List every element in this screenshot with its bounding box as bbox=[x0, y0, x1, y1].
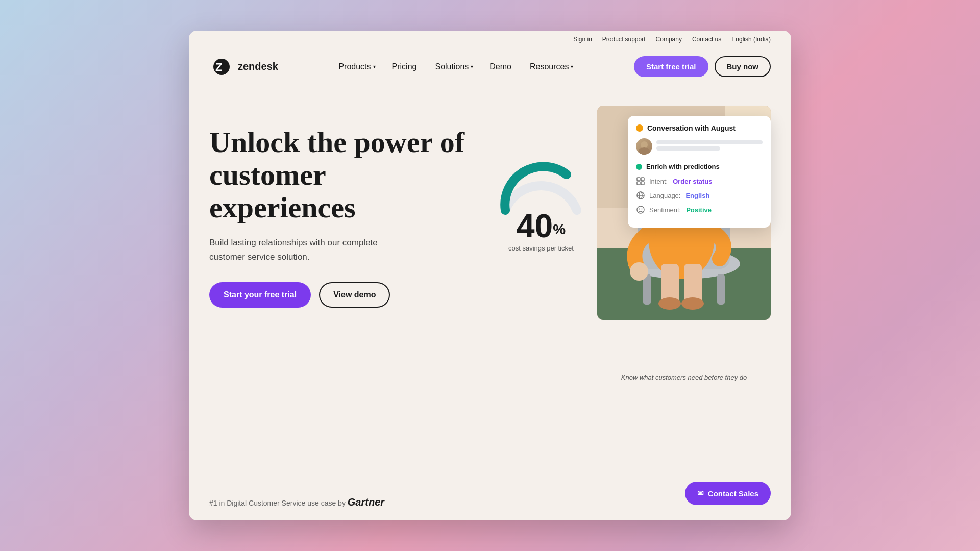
contact-sales-label: Contact Sales bbox=[708, 489, 758, 498]
metric-gauge: 40% cost savings per ticket bbox=[490, 157, 592, 252]
contact-us-link[interactable]: Contact us bbox=[692, 36, 721, 43]
hero-title: Unlock the power of customer experiences bbox=[209, 126, 475, 223]
language-icon bbox=[636, 191, 645, 200]
conv-header: Conversation with August bbox=[636, 124, 763, 132]
sentiment-label: Sentiment: bbox=[649, 206, 681, 214]
conv-title: Conversation with August bbox=[647, 124, 736, 132]
metric-label: cost savings per ticket bbox=[490, 244, 592, 252]
svg-point-21 bbox=[641, 141, 648, 148]
hero-right: 40% cost savings per ticket bbox=[475, 116, 771, 371]
svg-text:Z: Z bbox=[215, 61, 222, 73]
language-value: English bbox=[685, 192, 709, 199]
intent-icon bbox=[636, 177, 645, 186]
enrich-status-dot bbox=[636, 164, 642, 170]
language-row: Language: English bbox=[636, 191, 763, 200]
buy-now-button[interactable]: Buy now bbox=[715, 56, 771, 77]
svg-point-31 bbox=[639, 209, 640, 210]
enrich-title: Enrich with predictions bbox=[646, 163, 720, 170]
svg-rect-25 bbox=[637, 182, 640, 185]
svg-point-18 bbox=[658, 297, 681, 310]
conv-text-preview bbox=[656, 140, 763, 153]
zendesk-logo-icon: Z bbox=[209, 55, 234, 79]
svg-point-32 bbox=[642, 209, 643, 210]
hero-subtitle: Build lasting relationships with our com… bbox=[209, 236, 413, 263]
nav-pricing[interactable]: Pricing bbox=[392, 62, 419, 71]
hero-buttons: Start your free trial View demo bbox=[209, 282, 475, 308]
conv-status-dot bbox=[636, 124, 643, 132]
bottom-prefix: #1 in Digital Customer Service use case … bbox=[209, 499, 346, 507]
utility-bar: Sign in Product support Company Contact … bbox=[189, 31, 791, 48]
svg-point-22 bbox=[638, 147, 650, 155]
navbar: Z zendesk Products Pricing Solutions Dem… bbox=[189, 48, 791, 85]
sign-in-link[interactable]: Sign in bbox=[573, 36, 592, 43]
nav-links: Products Pricing Solutions Demo Resource… bbox=[278, 62, 634, 71]
nav-solutions[interactable]: Solutions bbox=[435, 62, 473, 71]
hero-start-trial-button[interactable]: Start your free trial bbox=[209, 282, 311, 308]
intent-row: Intent: Order status bbox=[636, 177, 763, 186]
conv-avatar-row bbox=[636, 138, 763, 155]
logo-text: zendesk bbox=[238, 61, 278, 72]
start-free-trial-button[interactable]: Start free trial bbox=[634, 56, 708, 77]
conv-avatar bbox=[636, 138, 652, 155]
product-support-link[interactable]: Product support bbox=[602, 36, 646, 43]
hero-view-demo-button[interactable]: View demo bbox=[319, 282, 390, 308]
intent-value: Order status bbox=[673, 178, 712, 185]
hero-caption: Know what customers need before they do bbox=[597, 373, 771, 381]
svg-rect-24 bbox=[641, 178, 644, 181]
svg-point-30 bbox=[637, 206, 644, 213]
svg-rect-23 bbox=[637, 178, 640, 181]
nav-products[interactable]: Products bbox=[338, 62, 375, 71]
nav-demo[interactable]: Demo bbox=[489, 62, 513, 71]
sentiment-row: Sentiment: Positive bbox=[636, 205, 763, 214]
svg-point-20 bbox=[630, 262, 648, 281]
logo[interactable]: Z zendesk bbox=[209, 55, 278, 79]
enrich-header: Enrich with predictions bbox=[636, 163, 763, 170]
svg-rect-26 bbox=[641, 182, 644, 185]
language-label: Language: bbox=[649, 192, 680, 199]
conversation-card: Conversation with August bbox=[628, 116, 771, 228]
gartner-brand: Gartner bbox=[348, 496, 384, 508]
intent-label: Intent: bbox=[649, 178, 668, 185]
nav-resources[interactable]: Resources bbox=[530, 62, 573, 71]
sentiment-icon bbox=[636, 205, 645, 214]
hero-section: Unlock the power of customer experiences… bbox=[189, 85, 791, 391]
gartner-badge: #1 in Digital Customer Service use case … bbox=[209, 496, 384, 508]
contact-sales-button[interactable]: ✉ Contact Sales bbox=[685, 482, 771, 505]
browser-frame: Sign in Product support Company Contact … bbox=[189, 31, 791, 520]
svg-rect-8 bbox=[717, 274, 725, 305]
sentiment-value: Positive bbox=[686, 206, 712, 214]
hero-left: Unlock the power of customer experiences… bbox=[209, 116, 475, 371]
contact-sales-icon: ✉ bbox=[697, 489, 704, 498]
company-link[interactable]: Company bbox=[656, 36, 682, 43]
nav-actions: Start free trial Buy now bbox=[634, 56, 771, 77]
svg-point-19 bbox=[681, 297, 704, 310]
language-selector[interactable]: English (India) bbox=[731, 36, 771, 43]
